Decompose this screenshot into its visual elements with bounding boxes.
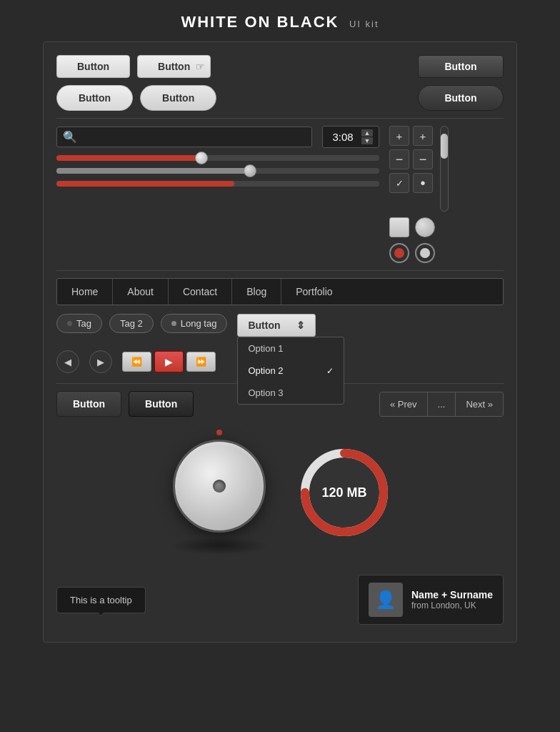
button-row-2: Button Button Button bbox=[56, 85, 504, 111]
knob-1-wrap bbox=[169, 430, 269, 555]
dots-button[interactable]: ... bbox=[428, 392, 456, 416]
tag-1[interactable]: Tag bbox=[56, 314, 102, 333]
nav-item-about[interactable]: About bbox=[113, 279, 169, 305]
avatar-info: Name + Surname from London, UK bbox=[411, 589, 493, 610]
cb-check-1[interactable]: ✓ bbox=[389, 173, 409, 193]
knobs-row: 120 MB bbox=[56, 430, 504, 555]
dropdown-option-1[interactable]: Option 1 bbox=[238, 337, 344, 360]
nav-item-contact[interactable]: Contact bbox=[169, 279, 232, 305]
checkbox-grid: + + − − ✓ • bbox=[389, 126, 433, 193]
pag-button-1[interactable]: Button bbox=[56, 391, 121, 417]
slider-fill-1 bbox=[56, 155, 201, 161]
button-row-1: Button Button ☞ Button bbox=[56, 55, 504, 78]
circular-text: 120 MB bbox=[321, 485, 366, 500]
option-2-check-icon: ✓ bbox=[326, 366, 334, 376]
ui-kit-container: Button Button ☞ Button Button Button But… bbox=[43, 41, 517, 643]
toggle-row-2 bbox=[389, 243, 435, 263]
time-up-arrow[interactable]: ▲ bbox=[361, 129, 373, 137]
play-button[interactable]: ▶ bbox=[154, 351, 184, 372]
radio-red[interactable] bbox=[389, 243, 409, 263]
slider-fill-2 bbox=[56, 168, 250, 174]
button-pill-dark-1[interactable]: Button bbox=[418, 85, 504, 111]
tag-2-label: Tag 2 bbox=[120, 318, 143, 329]
button-pill-light-1[interactable]: Button bbox=[56, 85, 133, 111]
button-dark-1[interactable]: Button bbox=[418, 55, 504, 78]
arrow-right-btn[interactable]: ▶ bbox=[89, 350, 112, 373]
scrollbar-thumb[interactable] bbox=[441, 134, 448, 159]
slider-track-2[interactable] bbox=[56, 168, 379, 174]
pag-button-2[interactable]: Button bbox=[129, 391, 194, 417]
radio-inner-red bbox=[394, 248, 404, 258]
avatar-image: 👤 bbox=[369, 583, 403, 617]
bottom-row: This is a tooltip 👤 Name + Surname from … bbox=[56, 568, 504, 625]
fastforward-button[interactable]: ⏩ bbox=[186, 352, 216, 372]
button-pill-light-2[interactable]: Button bbox=[140, 85, 216, 111]
avatar-card: 👤 Name + Surname from London, UK bbox=[358, 575, 504, 625]
progress-bar-track bbox=[56, 181, 379, 187]
cb-plus-1[interactable]: + bbox=[389, 126, 409, 146]
tag-2[interactable]: Tag 2 bbox=[109, 314, 154, 333]
button-light-1[interactable]: Button bbox=[56, 55, 130, 78]
slider-thumb-1[interactable] bbox=[195, 152, 208, 164]
time-value: 3:08 bbox=[329, 131, 357, 143]
arrow-left-btn[interactable]: ◀ bbox=[56, 350, 79, 373]
tag-dot-1 bbox=[67, 321, 72, 326]
next-button[interactable]: Next » bbox=[456, 392, 503, 416]
toggles-col bbox=[389, 217, 504, 263]
time-picker[interactable]: 3:08 ▲ ▼ bbox=[322, 126, 379, 148]
media-controls: ⏪ ▶ ⏩ bbox=[122, 351, 216, 372]
tag-dot-3 bbox=[171, 321, 176, 326]
knob-1-indicator bbox=[216, 430, 222, 435]
tooltip-text: This is a tooltip bbox=[70, 595, 132, 605]
avatar-name: Name + Surname bbox=[411, 589, 493, 600]
dropdown-arrow-icon: ⇕ bbox=[296, 320, 305, 331]
cb-minus-1[interactable]: − bbox=[389, 149, 409, 169]
time-arrows: ▲ ▼ bbox=[361, 129, 373, 144]
progress-bar-fill bbox=[56, 181, 234, 187]
pagination-group: « Prev ... Next » bbox=[379, 392, 504, 417]
time-down-arrow[interactable]: ▼ bbox=[361, 137, 373, 144]
tag-3[interactable]: Long tag bbox=[161, 314, 228, 333]
divider-2 bbox=[56, 270, 504, 271]
search-bar[interactable]: 🔍 bbox=[56, 127, 312, 147]
nav-item-home[interactable]: Home bbox=[57, 279, 113, 305]
circular-progress: 120 MB bbox=[298, 446, 391, 539]
tag-3-label: Long tag bbox=[181, 318, 217, 329]
dropdown-menu: Option 1 Option 2 ✓ Option 3 bbox=[237, 337, 344, 405]
knob-1-hole bbox=[213, 480, 226, 493]
radio-inner-light bbox=[420, 248, 430, 258]
scrollbar-track[interactable] bbox=[440, 126, 449, 212]
search-input[interactable] bbox=[80, 132, 306, 142]
option-2-label: Option 2 bbox=[248, 365, 283, 376]
prev-button[interactable]: « Prev bbox=[380, 392, 428, 416]
knob-1-shadow bbox=[169, 537, 269, 555]
knob-1[interactable] bbox=[173, 440, 266, 533]
sliders-col bbox=[56, 155, 379, 187]
right-controls: + + − − ✓ • bbox=[389, 126, 504, 263]
toggle-knob-1[interactable] bbox=[415, 217, 435, 237]
cb-plus-2[interactable]: + bbox=[413, 126, 433, 146]
dropdown-option-3[interactable]: Option 3 bbox=[238, 382, 344, 404]
button-light-cursor[interactable]: Button bbox=[137, 55, 211, 78]
square-toggle-1[interactable] bbox=[389, 217, 409, 237]
tooltip-wrap: This is a tooltip bbox=[56, 587, 146, 613]
divider-1 bbox=[56, 118, 504, 119]
dropdown-area: Button ⇕ Option 1 Option 2 ✓ Option 3 bbox=[237, 314, 316, 337]
rewind-button[interactable]: ⏪ bbox=[122, 352, 151, 372]
slider-track-1[interactable] bbox=[56, 155, 379, 161]
page-main-title: WHITE ON BLACK bbox=[181, 13, 339, 31]
left-controls: 🔍 3:08 ▲ ▼ bbox=[56, 126, 379, 263]
dropdown-option-2[interactable]: Option 2 ✓ bbox=[238, 360, 344, 382]
dropdown-button[interactable]: Button ⇕ bbox=[237, 314, 316, 337]
nav-item-portfolio[interactable]: Portfolio bbox=[281, 279, 346, 305]
cb-dot-1[interactable]: • bbox=[413, 173, 433, 193]
tags-row: Tag Tag 2 Long tag bbox=[56, 314, 227, 333]
slider-thumb-2[interactable] bbox=[244, 164, 256, 177]
tag-1-label: Tag bbox=[76, 318, 91, 329]
option-3-label: Option 3 bbox=[248, 387, 283, 398]
circular-progress-wrap: 120 MB bbox=[298, 446, 391, 539]
cb-minus-2[interactable]: − bbox=[413, 149, 433, 169]
nav-item-blog[interactable]: Blog bbox=[232, 279, 281, 305]
radio-light[interactable] bbox=[415, 243, 435, 263]
controls-area: 🔍 3:08 ▲ ▼ bbox=[56, 126, 504, 263]
